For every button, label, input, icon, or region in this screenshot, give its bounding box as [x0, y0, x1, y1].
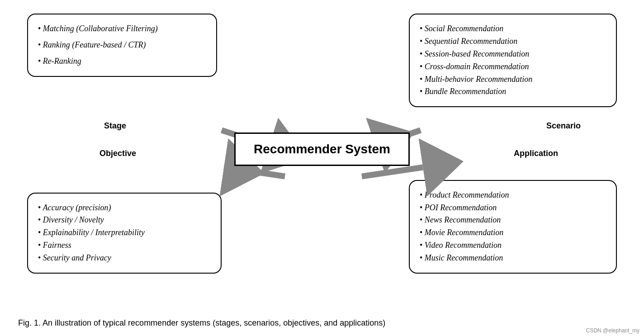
scenario-item-4: Cross-domain Recommendation [420, 61, 606, 73]
center-label: Recommender System [254, 142, 390, 156]
stage-item-1: Matching (Collaborative Filtering) [38, 23, 206, 35]
watermark: CSDN @elephant_my [586, 327, 639, 334]
svg-line-7 [362, 167, 423, 176]
scenario-label: Scenario [546, 121, 581, 131]
center-box: Recommender System [234, 133, 410, 166]
objective-list: Accuracy (precision) Diversity / Novelty… [38, 202, 211, 265]
application-item-1: Product Recommendation [420, 189, 606, 202]
stage-item-3: Re-Ranking [38, 55, 206, 68]
scenario-box: Social Recommendation Sequential Recomme… [409, 14, 617, 107]
scenario-item-5: Multi-behavior Recommendation [420, 73, 606, 86]
application-item-4: Movie Recommendation [420, 227, 606, 239]
objective-box: Accuracy (precision) Diversity / Novelty… [27, 193, 222, 274]
application-item-2: POI Recommendation [420, 202, 606, 214]
application-list: Product Recommendation POI Recommendatio… [420, 189, 606, 265]
application-item-3: News Recommendation [420, 214, 606, 227]
diagram-container: Matching (Collaborative Filtering) Ranki… [0, 0, 644, 298]
application-item-5: Video Recommendation [420, 239, 606, 252]
objective-item-5: Security and Privacy [38, 252, 211, 265]
scenario-list: Social Recommendation Sequential Recomme… [420, 23, 606, 98]
objective-item-4: Fairness [38, 239, 211, 252]
figure-caption: Fig. 1. An illustration of typical recom… [18, 318, 385, 328]
application-item-6: Music Recommendation [420, 252, 606, 265]
scenario-item-1: Social Recommendation [420, 23, 606, 35]
objective-label: Objective [99, 149, 136, 158]
stage-box: Matching (Collaborative Filtering) Ranki… [27, 14, 217, 77]
objective-item-3: Explainability / Interpretability [38, 227, 211, 239]
scenario-item-6: Bundle Recommendation [420, 85, 606, 98]
svg-line-6 [224, 167, 285, 176]
objective-item-1: Accuracy (precision) [38, 202, 211, 214]
stage-item-2: Ranking (Feature-based / CTR) [38, 39, 206, 52]
scenario-item-3: Session-based Recommendation [420, 48, 606, 61]
objective-item-2: Diversity / Novelty [38, 214, 211, 227]
application-label: Application [514, 149, 558, 158]
application-box: Product Recommendation POI Recommendatio… [409, 180, 617, 274]
stage-label: Stage [104, 121, 126, 131]
scenario-item-2: Sequential Recommendation [420, 35, 606, 48]
stage-list: Matching (Collaborative Filtering) Ranki… [38, 23, 206, 68]
